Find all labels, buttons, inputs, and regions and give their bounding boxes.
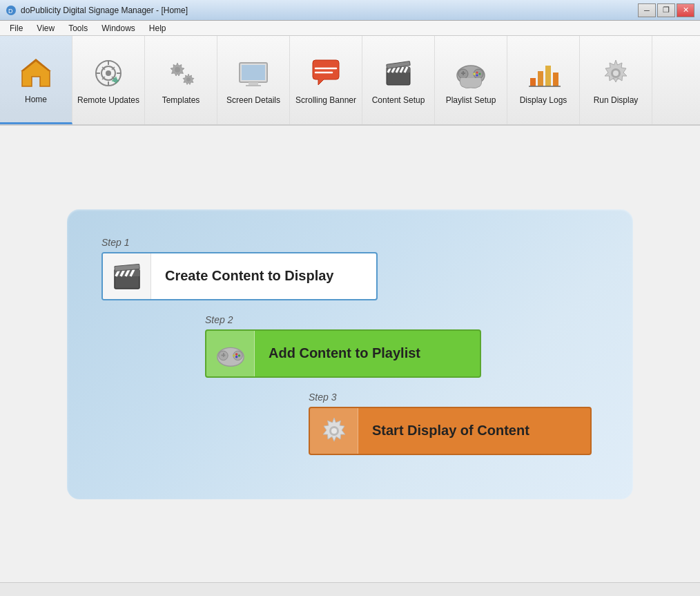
gear-icon [318,414,351,448]
svg-rect-14 [246,85,261,86]
toolbar-content-setup-label: Content Setup [372,95,425,105]
step-panel: Step 1 Create Content to Display [67,209,633,499]
menu-tools[interactable]: Tools [61,22,95,35]
svg-marker-2 [22,60,50,86]
step1-button-text: Create Content to Display [151,268,347,284]
step3-icon-area [310,407,358,455]
menu-view[interactable]: View [30,22,61,35]
svg-rect-33 [538,71,543,86]
playlist-setup-icon [453,55,489,91]
toolbar-run-display[interactable]: Run Display [580,36,652,124]
minimize-button[interactable]: ─ [638,3,656,17]
svg-point-6 [106,70,111,76]
step3-button[interactable]: Start Display of Content [309,407,592,455]
toolbar-scrolling-banner[interactable]: Scrolling Banner [290,36,362,124]
svg-point-52 [235,353,237,355]
step2-button[interactable]: Add Content to Playlist [205,329,481,378]
svg-point-30 [476,75,478,77]
display-logs-icon [525,55,561,91]
content-setup-icon [380,55,416,91]
title-bar: D doPublicity Digital Signage Manager - … [0,0,700,21]
clapperboard-icon [110,260,144,293]
toolbar-playlist-setup[interactable]: Playlist Setup [435,36,507,124]
svg-point-39 [613,70,619,76]
title-bar-controls: ─ ❐ ✕ [638,3,694,17]
svg-rect-12 [242,65,265,80]
restore-button[interactable]: ❐ [657,3,675,17]
home-icon [18,55,54,90]
svg-point-54 [235,356,237,358]
run-display-icon [598,55,634,91]
main-content: Step 1 Create Content to Display [0,126,700,582]
svg-point-7 [113,78,117,82]
close-button[interactable]: ✕ [677,3,694,17]
menu-windows[interactable]: Windows [95,22,142,35]
toolbar-templates-label: Templates [162,95,200,105]
screen-details-icon [235,55,271,91]
step2-icon-area [206,329,255,378]
step1-button[interactable]: Create Content to Display [101,252,378,300]
toolbar-home[interactable]: Home [0,36,72,124]
svg-rect-35 [553,73,558,86]
svg-point-9 [175,67,180,73]
toolbar-scrolling-banner-label: Scrolling Banner [295,95,356,105]
svg-point-58 [331,428,337,434]
app-icon: D [6,5,17,16]
window-title: doPublicity Digital Signage Manager - [H… [21,6,188,15]
toolbar-home-label: Home [25,95,47,104]
toolbar-content-setup[interactable]: Content Setup [362,36,435,124]
step2-button-text: Add Content to Playlist [255,345,434,361]
svg-point-29 [479,73,481,75]
svg-point-55 [233,354,235,356]
toolbar-playlist-setup-label: Playlist Setup [446,95,496,105]
svg-rect-27 [463,71,464,75]
svg-rect-13 [249,82,258,85]
title-bar-left: D doPublicity Digital Signage Manager - … [6,5,188,16]
templates-icon [163,55,199,91]
toolbar-templates[interactable]: Templates [145,36,217,124]
menu-bar: File View Tools Windows Help [0,21,700,36]
svg-point-28 [476,72,478,74]
toolbar-screen-details-label: Screen Details [226,95,280,105]
scrolling-banner-icon [308,55,344,91]
toolbar-screen-details[interactable]: Screen Details [217,36,290,124]
step3-label: Step 3 [309,392,599,403]
gamepad-icon [214,337,247,370]
step1-label: Step 1 [101,237,599,248]
toolbar-display-logs-label: Display Logs [520,95,567,105]
step2-label: Step 2 [205,314,599,325]
svg-rect-32 [530,78,536,86]
svg-rect-34 [545,66,551,86]
svg-text:D: D [8,8,13,15]
step3-button-text: Start Display of Content [358,423,543,439]
step3-section: Step 3 Start Display of Content [309,392,599,455]
menu-file[interactable]: File [3,22,30,35]
status-bar [0,582,700,596]
toolbar-remote-updates-label: Remote Updates [77,95,139,105]
toolbar-run-display-label: Run Display [594,95,639,105]
toolbar: Home Remote Updates [0,36,700,126]
menu-help[interactable]: Help [142,22,173,35]
svg-point-31 [474,73,476,75]
step2-section: Step 2 Add Content to Playli [205,314,599,378]
svg-rect-51 [222,353,224,357]
toolbar-display-logs[interactable]: Display Logs [507,36,580,124]
remote-updates-icon [90,55,126,91]
svg-point-53 [237,354,240,356]
step1-section: Step 1 Create Content to Display [101,237,599,300]
svg-point-10 [186,77,191,81]
toolbar-remote-updates[interactable]: Remote Updates [72,36,145,124]
step1-icon-area [103,252,151,300]
